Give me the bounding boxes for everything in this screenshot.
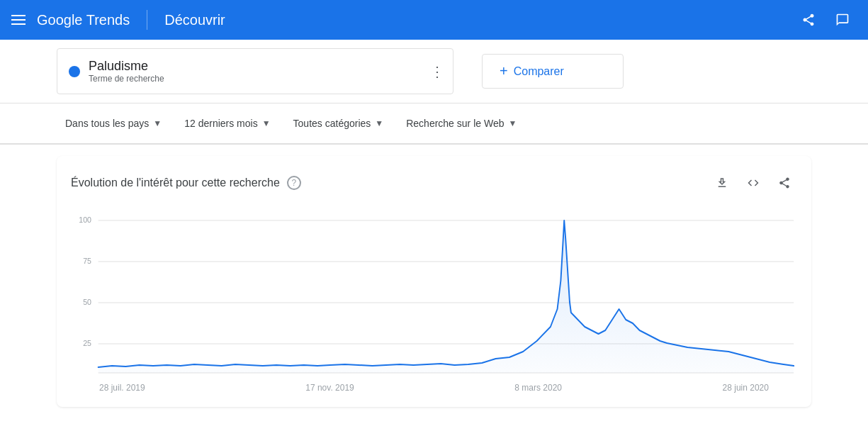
compare-label: Comparer bbox=[514, 65, 564, 78]
chart-title-area: Évolution de l'intérêt pour cette recher… bbox=[71, 176, 301, 190]
x-label-2: 17 nov. 2019 bbox=[305, 383, 354, 393]
feedback-button[interactable] bbox=[828, 6, 857, 34]
filter-country[interactable]: Dans tous les pays ▼ bbox=[57, 113, 170, 133]
chart-title: Évolution de l'intérêt pour cette recher… bbox=[71, 177, 280, 189]
help-icon[interactable]: ? bbox=[287, 176, 301, 190]
x-label-1: 28 juil. 2019 bbox=[99, 383, 145, 393]
chart-container: 100 75 50 25 bbox=[71, 210, 797, 380]
filter-category[interactable]: Toutes catégories ▼ bbox=[285, 113, 393, 133]
compare-icon: + bbox=[500, 63, 508, 79]
search-more-button[interactable]: ⋮ bbox=[430, 65, 444, 79]
header-actions bbox=[794, 6, 857, 34]
x-axis-labels: 28 juil. 2019 17 nov. 2019 8 mars 2020 2… bbox=[71, 380, 797, 393]
chart-section: Évolution de l'intérêt pour cette recher… bbox=[57, 156, 811, 407]
app-header: Google Trends Découvrir bbox=[0, 0, 868, 40]
menu-icon[interactable] bbox=[11, 15, 26, 25]
app-logo: Google Trends bbox=[37, 12, 130, 28]
search-term: Paludisme bbox=[89, 59, 441, 74]
compare-button[interactable]: + Comparer bbox=[482, 54, 624, 89]
x-label-3: 8 mars 2020 bbox=[514, 383, 562, 393]
download-button[interactable] bbox=[709, 170, 735, 196]
svg-text:25: 25 bbox=[83, 339, 91, 347]
search-content: Paludisme Terme de recherche bbox=[89, 59, 441, 84]
search-subtitle: Terme de recherche bbox=[89, 74, 441, 84]
compare-area: + Comparer bbox=[453, 54, 811, 89]
chart-actions bbox=[709, 170, 797, 196]
filters-bar: Dans tous les pays ▼ 12 derniers mois ▼ … bbox=[0, 103, 868, 145]
search-dot-indicator bbox=[69, 66, 80, 77]
chevron-down-icon: ▼ bbox=[153, 118, 162, 128]
search-compare-section: Paludisme Terme de recherche ⋮ + Compare… bbox=[0, 40, 868, 103]
embed-button[interactable] bbox=[740, 170, 766, 196]
filter-period[interactable]: 12 derniers mois ▼ bbox=[176, 113, 278, 133]
chart-header: Évolution de l'intérêt pour cette recher… bbox=[71, 170, 797, 196]
svg-text:100: 100 bbox=[79, 216, 91, 224]
filter-source[interactable]: Recherche sur le Web ▼ bbox=[398, 113, 525, 133]
filter-country-label: Dans tous les pays bbox=[65, 118, 149, 129]
logo-text: Google Trends bbox=[37, 12, 130, 28]
filter-source-label: Recherche sur le Web bbox=[406, 118, 504, 129]
svg-text:75: 75 bbox=[83, 257, 91, 265]
filter-period-label: 12 derniers mois bbox=[184, 118, 258, 129]
filter-category-label: Toutes catégories bbox=[293, 118, 371, 129]
chevron-down-icon: ▼ bbox=[262, 118, 271, 128]
svg-marker-9 bbox=[98, 220, 794, 373]
svg-text:50: 50 bbox=[83, 298, 91, 306]
share-button[interactable] bbox=[794, 6, 823, 34]
trend-chart: 100 75 50 25 bbox=[71, 210, 797, 380]
chevron-down-icon: ▼ bbox=[375, 118, 383, 128]
share-chart-button[interactable] bbox=[772, 170, 797, 196]
header-divider bbox=[147, 10, 147, 30]
search-box: Paludisme Terme de recherche ⋮ bbox=[57, 48, 453, 94]
x-label-4: 28 juin 2020 bbox=[723, 383, 769, 393]
chevron-down-icon: ▼ bbox=[508, 118, 517, 128]
page-title: Découvrir bbox=[164, 12, 225, 28]
